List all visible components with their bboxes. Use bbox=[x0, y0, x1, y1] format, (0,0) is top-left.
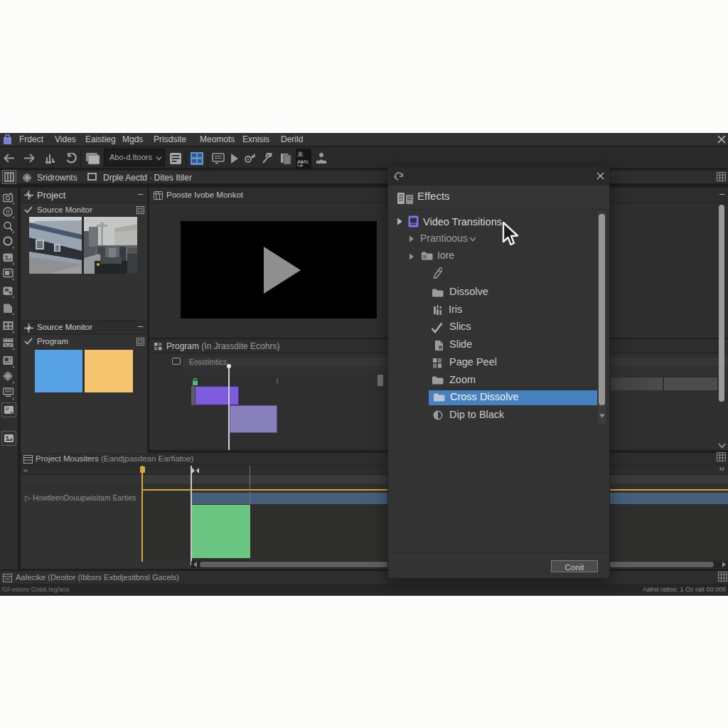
svg-text:4: 4 bbox=[12, 365, 15, 369]
svg-text:4: 4 bbox=[12, 230, 15, 235]
svg-text:8: 8 bbox=[12, 262, 15, 266]
svg-text:4: 4 bbox=[12, 347, 15, 351]
svg-text:4: 4 bbox=[12, 215, 15, 220]
svg-text:4: 4 bbox=[12, 295, 15, 299]
svg-text:4: 4 bbox=[12, 397, 15, 401]
svg-text:4: 4 bbox=[12, 245, 15, 250]
svg-text:4: 4 bbox=[12, 277, 15, 282]
svg-text:4: 4 bbox=[12, 201, 15, 205]
svg-text:4: 4 bbox=[12, 312, 15, 316]
svg-text:4: 4 bbox=[12, 330, 15, 334]
svg-text:4: 4 bbox=[12, 380, 15, 385]
